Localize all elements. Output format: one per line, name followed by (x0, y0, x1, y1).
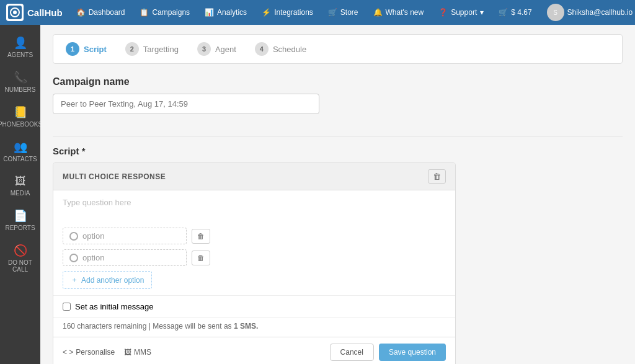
nav-user[interactable]: S Shiksha@callhub.io ▾ (540, 0, 635, 25)
option-2-input[interactable]: option (63, 249, 187, 266)
media-icon: 🖼 (15, 175, 26, 188)
logo-text: CallHub (27, 7, 63, 18)
nav-store[interactable]: 🛒 Store (321, 0, 366, 25)
script-footer: < > Personalise 🖼 MMS Cancel Save questi… (53, 337, 455, 364)
footer-left: < > Personalise 🖼 MMS (63, 348, 151, 357)
sidebar-item-agents[interactable]: 👤 AGENTS (0, 30, 40, 64)
nav-analytics[interactable]: 📊 Analytics (197, 0, 254, 25)
cart-icon: 🛒 (499, 8, 508, 17)
mms-button[interactable]: 🖼 MMS (124, 348, 151, 357)
script-box: MULTI CHOICE RESPONSE 🗑 Type question he… (53, 162, 456, 364)
sms-info: Message will be sent as (153, 322, 231, 331)
question-area[interactable]: Type question here (53, 190, 455, 228)
nav-support[interactable]: ❓ Support ▾ (431, 0, 491, 25)
option-1-radio (69, 232, 78, 241)
nav-whats-new[interactable]: 🔔 What's new (366, 0, 432, 25)
sms-count: 1 SMS. (234, 322, 258, 331)
step-targetting[interactable]: 2 Targetting (125, 42, 179, 56)
option-row-2: option 🗑 (63, 249, 446, 266)
campaign-name-input[interactable] (53, 94, 319, 114)
sidebar-item-do-not-call[interactable]: 🚫 DO NOT CALL (0, 237, 40, 279)
plus-icon: ＋ (71, 275, 78, 285)
nav-balance[interactable]: 🛒 $ 4.67 (491, 0, 539, 25)
dashboard-icon: 🏠 (76, 8, 86, 17)
reports-icon: 📄 (14, 209, 27, 223)
step-4-label: Schedule (273, 45, 306, 54)
step-agent[interactable]: 3 Agent (197, 42, 236, 56)
initial-message-checkbox[interactable] (63, 303, 71, 311)
support-icon: ❓ (438, 8, 448, 17)
logo-icon (6, 4, 24, 21)
nav-dashboard[interactable]: 🏠 Dashboard (69, 0, 133, 25)
initial-message-label: Set as initial message (75, 302, 153, 311)
logo[interactable]: CallHub (6, 4, 63, 21)
integrations-icon: ⚡ (262, 8, 271, 17)
contacts-icon: 👥 (14, 140, 27, 154)
question-placeholder: Type question here (63, 198, 131, 207)
chars-remaining: 160 characters remaining | Message will … (53, 317, 455, 337)
do-not-call-icon: 🚫 (14, 244, 27, 257)
chars-count: 160 characters remaining (63, 322, 146, 331)
sidebar-item-numbers[interactable]: 📞 NUMBERS (0, 64, 40, 99)
option-1-text: option (82, 231, 104, 241)
step-3-label: Agent (215, 45, 236, 54)
step-2-label: Targetting (143, 45, 179, 54)
step-1-num: 1 (66, 42, 79, 56)
option-2-text: option (82, 253, 104, 262)
nav-campaigns[interactable]: 📋 Campaigns (132, 0, 197, 25)
numbers-icon: 📞 (14, 71, 27, 84)
step-2-num: 2 (125, 42, 139, 56)
option-1-input[interactable]: option (63, 228, 187, 244)
steps-bar: 1 Script 2 Targetting 3 Agent 4 Schedule (53, 34, 623, 64)
initial-message-row: Set as initial message (53, 295, 455, 317)
phonebooks-icon: 📒 (14, 105, 27, 119)
store-icon: 🛒 (328, 8, 337, 17)
mms-icon: 🖼 (124, 348, 131, 357)
option-2-radio (69, 254, 78, 262)
delete-script-button[interactable]: 🗑 (428, 169, 446, 184)
campaigns-icon: 📋 (140, 8, 149, 17)
script-header: MULTI CHOICE RESPONSE 🗑 (53, 163, 455, 190)
add-option-button[interactable]: ＋ Add another option (63, 271, 152, 289)
option-2-delete-button[interactable]: 🗑 (192, 251, 210, 265)
agents-icon: 👤 (14, 36, 27, 50)
svg-point-2 (13, 11, 17, 14)
step-4-num: 4 (255, 42, 269, 56)
script-title: Script * (53, 146, 623, 156)
option-row-1: option 🗑 (63, 228, 446, 244)
bell-icon: 🔔 (373, 8, 383, 17)
analytics-icon: 📊 (205, 8, 214, 17)
divider (53, 136, 623, 136)
options-area: option 🗑 option 🗑 ＋ Add another option (53, 228, 455, 295)
code-icon: < > (63, 348, 73, 357)
top-navigation: CallHub 🏠 Dashboard 📋 Campaigns 📊 Analyt… (0, 0, 635, 25)
nav-integrations[interactable]: ⚡ Integrations (254, 0, 321, 25)
sidebar-item-media[interactable]: 🖼 MEDIA (0, 169, 40, 203)
main-content: 1 Script 2 Targetting 3 Agent 4 Schedule… (40, 25, 635, 364)
sidebar: 👤 AGENTS 📞 NUMBERS 📒 PHONEBOOKS 👥 CONTAC… (0, 25, 40, 364)
step-1-label: Script (84, 45, 107, 54)
step-3-num: 3 (197, 42, 211, 56)
save-question-button[interactable]: Save question (379, 344, 446, 361)
nav-right: 🔔 What's new ❓ Support ▾ 🛒 $ 4.67 S Shik… (366, 0, 635, 25)
cancel-button[interactable]: Cancel (330, 344, 374, 361)
sidebar-item-contacts[interactable]: 👥 CONTACTS (0, 134, 40, 169)
campaign-name-title: Campaign name (53, 76, 623, 87)
sidebar-item-reports[interactable]: 📄 REPORTS (0, 203, 40, 237)
avatar: S (547, 4, 564, 21)
personalise-button[interactable]: < > Personalise (63, 348, 115, 357)
option-1-delete-button[interactable]: 🗑 (192, 229, 210, 244)
step-schedule[interactable]: 4 Schedule (255, 42, 306, 56)
footer-right: Cancel Save question (330, 344, 446, 361)
sidebar-item-phonebooks[interactable]: 📒 PHONEBOOKS (0, 99, 40, 134)
step-script[interactable]: 1 Script (66, 42, 107, 56)
add-option-label: Add another option (81, 276, 144, 285)
multi-choice-label: MULTI CHOICE RESPONSE (63, 172, 166, 181)
